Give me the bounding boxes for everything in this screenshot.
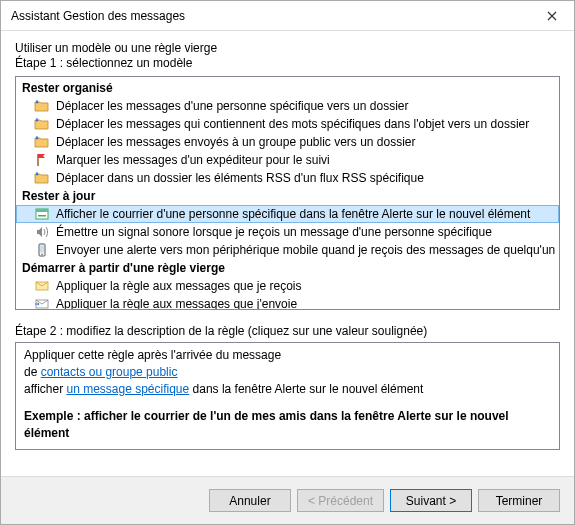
step2-label: Étape 2 : modifiez la description de la … xyxy=(15,324,560,338)
window-title: Assistant Gestion des messages xyxy=(11,9,530,23)
intro-line-1: Utiliser un modèle ou une règle vierge xyxy=(15,41,560,55)
folder-move-icon xyxy=(34,134,50,150)
template-item-label: Envoyer une alerte vers mon périphérique… xyxy=(56,242,555,258)
cancel-button[interactable]: Annuler xyxy=(209,489,291,512)
folder-move-icon xyxy=(34,98,50,114)
rule-description-box: Appliquer cette règle après l'arrivée du… xyxy=(15,342,560,450)
folder-move-icon xyxy=(34,116,50,132)
template-item-label: Déplacer les messages qui contiennent de… xyxy=(56,116,553,132)
template-group-header: Rester organisé xyxy=(16,79,559,97)
template-item[interactable]: Déplacer dans un dossier les éléments RS… xyxy=(16,169,559,187)
desc-line-1: Appliquer cette règle après l'arrivée du… xyxy=(24,347,551,364)
template-item[interactable]: Déplacer les messages d'une personne spé… xyxy=(16,97,559,115)
template-group-header: Rester à jour xyxy=(16,187,559,205)
content-area: Utiliser un modèle ou une règle vierge É… xyxy=(1,31,574,476)
svg-rect-4 xyxy=(40,246,44,253)
desc-line-2-prefix: de xyxy=(24,365,41,379)
template-item[interactable]: Appliquer la règle aux messages que je r… xyxy=(16,277,559,295)
svg-point-5 xyxy=(41,254,43,256)
template-item-label: Déplacer les messages envoyés à un group… xyxy=(56,134,553,150)
template-item[interactable]: Marquer les messages d'un expéditeur pou… xyxy=(16,151,559,169)
rules-wizard-dialog: Assistant Gestion des messages Utiliser … xyxy=(0,0,575,525)
intro-line-2: Étape 1 : sélectionnez un modèle xyxy=(15,56,560,70)
desc-line-3: afficher un message spécifique dans la f… xyxy=(24,381,551,398)
desc-line-3-suffix: dans la fenêtre Alerte sur le nouvel élé… xyxy=(189,382,423,396)
back-button[interactable]: < Précédent xyxy=(297,489,384,512)
template-item[interactable]: Appliquer la règle aux messages que j'en… xyxy=(16,295,559,310)
folder-move-icon xyxy=(34,170,50,186)
template-item-label: Appliquer la règle aux messages que je r… xyxy=(56,278,553,294)
template-item-label: Marquer les messages d'un expéditeur pou… xyxy=(56,152,553,168)
template-item-label: Déplacer dans un dossier les éléments RS… xyxy=(56,170,553,186)
message-link[interactable]: un message spécifique xyxy=(66,382,189,396)
template-item-label: Déplacer les messages d'une personne spé… xyxy=(56,98,553,114)
mail-in-icon xyxy=(34,278,50,294)
close-button[interactable] xyxy=(530,1,574,31)
template-group-header: Démarrer à partir d'une règle vierge xyxy=(16,259,559,277)
finish-button[interactable]: Terminer xyxy=(478,489,560,512)
template-item-label: Afficher le courrier d'une personne spéc… xyxy=(56,206,553,222)
flag-icon xyxy=(34,152,50,168)
close-icon xyxy=(547,11,557,21)
contacts-link[interactable]: contacts ou groupe public xyxy=(41,365,178,379)
sound-icon xyxy=(34,224,50,240)
titlebar: Assistant Gestion des messages xyxy=(1,1,574,31)
next-button[interactable]: Suivant > xyxy=(390,489,472,512)
templates-list[interactable]: Rester organiséDéplacer les messages d'u… xyxy=(15,76,560,310)
svg-rect-1 xyxy=(36,209,48,212)
template-item-label: Appliquer la règle aux messages que j'en… xyxy=(56,296,553,310)
mail-out-icon xyxy=(34,296,50,310)
svg-rect-2 xyxy=(38,215,46,217)
desc-example: Exemple : afficher le courrier de l'un d… xyxy=(24,408,551,442)
template-item[interactable]: Déplacer les messages envoyés à un group… xyxy=(16,133,559,151)
template-item[interactable]: Déplacer les messages qui contiennent de… xyxy=(16,115,559,133)
desc-line-2: de contacts ou groupe public xyxy=(24,364,551,381)
template-item[interactable]: Envoyer une alerte vers mon périphérique… xyxy=(16,241,559,259)
template-item[interactable]: Afficher le courrier d'une personne spéc… xyxy=(16,205,559,223)
desc-line-3-prefix: afficher xyxy=(24,382,66,396)
alert-window-icon xyxy=(34,206,50,222)
template-item[interactable]: Émettre un signal sonore lorsque je reço… xyxy=(16,223,559,241)
button-bar: Annuler < Précédent Suivant > Terminer xyxy=(1,476,574,524)
template-item-label: Émettre un signal sonore lorsque je reço… xyxy=(56,224,553,240)
mobile-icon xyxy=(34,242,50,258)
